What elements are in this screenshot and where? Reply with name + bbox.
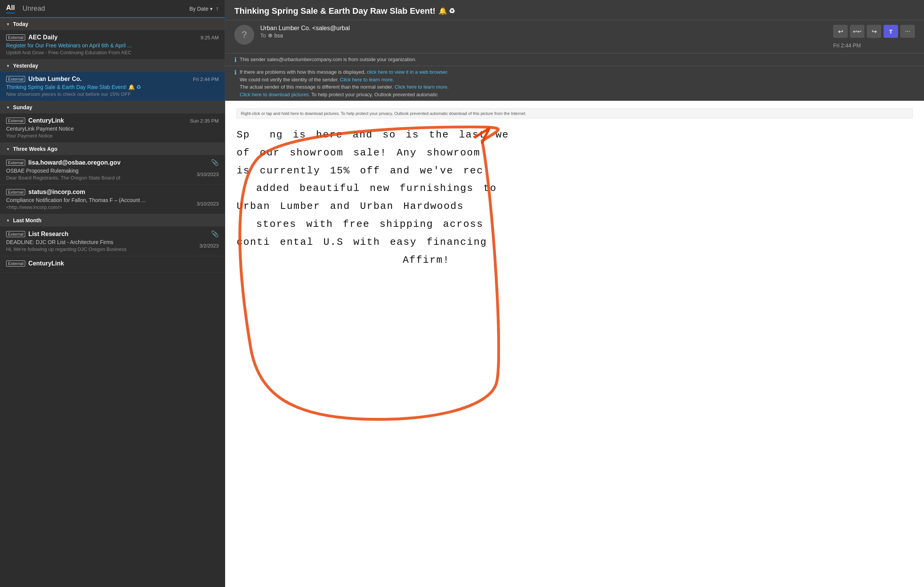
email-time: 3/2/2023 (199, 243, 219, 249)
email-subject: CenturyLink Payment Notice (6, 126, 219, 132)
email-preview: Dear Board Registrants, The Oregon State… (6, 175, 120, 181)
section-today-label: Today (13, 21, 28, 27)
email-list-body: ▼ Today External AEC Daily 9:25 AM Regis… (0, 18, 225, 587)
learn-more-link[interactable]: Click here to learn more. (340, 77, 394, 83)
attachment-icon: 📎 (211, 159, 219, 166)
section-sunday-label: Sunday (13, 104, 33, 110)
chevron-icon: ▼ (6, 64, 10, 68)
email-preview: Hi, We're following up regarding DJC Ore… (6, 246, 127, 252)
sender-name: AEC Daily (28, 34, 197, 41)
email-body-scroll[interactable]: Right-click or tap and hold here to down… (225, 101, 924, 587)
list-item[interactable]: External CenturyLink Sun 2:35 PM Century… (0, 113, 225, 143)
subject-icons: 🔔 ♻ (439, 7, 455, 15)
recipient-dot-icon (268, 34, 272, 37)
sender-name-header: Urban Lumber Co. <sales@urbal (260, 25, 827, 32)
section-three-weeks-label: Three Weeks Ago (13, 146, 58, 152)
reply-all-button[interactable]: ↩↩ (850, 25, 865, 38)
email-received-time: Fri 2:44 PM (833, 42, 861, 48)
email-time: 3/10/2023 (196, 172, 219, 177)
teams-button[interactable]: T (884, 25, 898, 38)
sender-name: lisa.howard@osbae.oregon.gov (28, 159, 208, 166)
external-badge: External (6, 231, 25, 237)
info-icon: ℹ (234, 69, 237, 76)
external-badge: External (6, 76, 25, 82)
external-badge: External (6, 260, 25, 266)
sender-name: CenturyLink (28, 117, 186, 124)
learn-more-link-2[interactable]: Click here to learn more. (394, 84, 449, 90)
email-actions: ↩ ↩↩ ↪ T ··· (833, 25, 915, 38)
chevron-icon: ▼ (6, 218, 10, 223)
forward-button[interactable]: ↪ (867, 25, 881, 38)
email-header-row: ? Urban Lumber Co. <sales@urbal To bsa ↩… (225, 20, 924, 53)
email-body-container: Right-click or tap and hold here to down… (225, 101, 924, 587)
section-last-month: ▼ Last Month (0, 214, 225, 227)
email-subject: Register for Our Free Webinars on April … (6, 42, 219, 48)
image-placeholder[interactable]: Right-click or tap and hold here to down… (237, 109, 912, 118)
email-time: 9:25 AM (200, 35, 219, 40)
email-preview: Your Payment Notice (6, 133, 219, 139)
list-item[interactable]: External status@incorp.com Compliance No… (0, 185, 225, 214)
more-actions-button[interactable]: ··· (900, 25, 915, 38)
email-header-right: ↩ ↩↩ ↪ T ··· Fri 2:44 PM (833, 25, 915, 48)
list-item[interactable]: External lisa.howard@osbae.oregon.gov 📎 … (0, 155, 225, 185)
info-icon: ℹ (234, 56, 237, 63)
section-sunday: ▼ Sunday (0, 101, 225, 113)
section-last-month-label: Last Month (13, 217, 41, 223)
info-banner-external: ℹ This sender sales@urbanlumbercompany.c… (225, 53, 924, 66)
chevron-icon: ▼ (6, 147, 10, 151)
reply-button[interactable]: ↩ (833, 25, 848, 38)
tab-unread[interactable]: Unread (23, 5, 45, 13)
email-list-panel: All Unread By Date ▾ ↑ ▼ Today External … (0, 0, 225, 587)
sort-controls: By Date ▾ ↑ (189, 5, 219, 12)
subject-text: Thinking Spring Sale & Earth Day Raw Sla… (234, 6, 436, 16)
sender-name: CenturyLink (28, 260, 219, 267)
avatar: ? (234, 25, 254, 45)
external-badge: External (6, 117, 25, 124)
attachment-icon: 📎 (211, 230, 219, 238)
email-subject: Compliance Notification for Fallon, Thom… (6, 197, 146, 203)
info-text-problems: If there are problems with how this mess… (240, 68, 449, 98)
tab-all[interactable]: All (6, 4, 15, 13)
external-badge: External (6, 35, 25, 40)
to-line: To bsa (260, 33, 827, 38)
email-preview: Upskill And Grow - Free Continuing Educa… (6, 50, 219, 55)
sender-name: Urban Lumber Co. (28, 76, 190, 83)
chevron-icon: ▼ (6, 106, 10, 110)
external-badge: External (6, 160, 25, 166)
list-item[interactable]: External Urban Lumber Co. Fri 2:44 PM Th… (0, 72, 225, 101)
list-item[interactable]: External AEC Daily 9:25 AM Register for … (0, 30, 225, 60)
external-badge: External (6, 189, 25, 195)
email-subject: DEADLINE: DJC OR List - Architecture Fir… (6, 239, 127, 245)
chevron-icon: ▼ (6, 22, 10, 26)
section-yesterday-label: Yesterday (13, 63, 38, 69)
section-today: ▼ Today (0, 18, 225, 30)
sender-name: status@incorp.com (28, 189, 219, 195)
email-time: Fri 2:44 PM (193, 76, 219, 82)
email-title-bar: Thinking Spring Sale & Earth Day Raw Sla… (225, 0, 924, 20)
to-label: To (260, 33, 266, 38)
email-time: 3/10/2023 (196, 201, 219, 207)
email-subject-title: Thinking Spring Sale & Earth Day Raw Sla… (234, 6, 915, 16)
email-preview: <http://www.incorp.com/> (6, 204, 146, 210)
email-body-inner: Right-click or tap and hold here to down… (225, 101, 924, 587)
email-subject: Thinking Spring Sale & Earth Day Raw Sla… (6, 84, 219, 90)
email-time: Sun 2:35 PM (190, 118, 219, 124)
info-banner-problems: ℹ If there are problems with how this me… (225, 66, 924, 101)
email-meta: Urban Lumber Co. <sales@urbal To bsa (260, 25, 827, 38)
view-browser-link[interactable]: click here to view it in a web browser. (367, 69, 449, 75)
email-subject: OSBAE Proposed Rulemaking (6, 168, 120, 174)
email-content-panel: Thinking Spring Sale & Earth Day Raw Sla… (225, 0, 924, 587)
sort-label: By Date (189, 6, 208, 12)
image-placeholder-text: Right-click or tap and hold here to down… (241, 111, 526, 116)
sort-direction-button[interactable]: ↑ (216, 5, 219, 12)
list-item[interactable]: External CenturyLink (0, 256, 225, 273)
email-preview: New showroom pieces to check out before … (6, 91, 219, 97)
download-pictures-link[interactable]: Click here to download pictures. (240, 92, 310, 98)
email-list-header: All Unread By Date ▾ ↑ (0, 0, 225, 18)
section-yesterday: ▼ Yesterday (0, 60, 225, 72)
sort-by-date-button[interactable]: By Date ▾ (189, 6, 213, 12)
list-item[interactable]: External List Research 📎 DEADLINE: DJC O… (0, 227, 225, 256)
info-text-external: This sender sales@urbanlumbercompany.com… (240, 56, 416, 63)
sender-name: List Research (28, 231, 208, 238)
chevron-down-icon[interactable]: ▾ (210, 6, 213, 12)
